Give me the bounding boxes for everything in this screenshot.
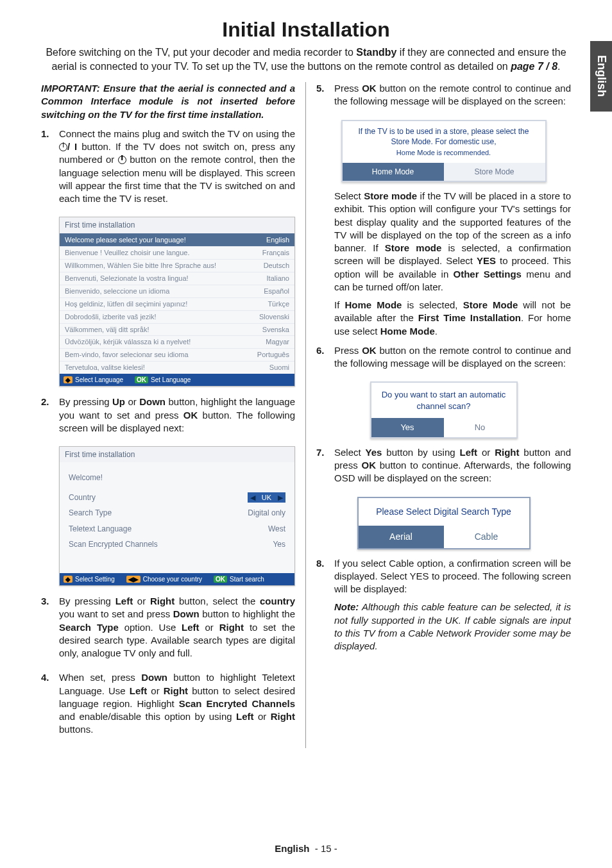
store-mode-button[interactable]: Store Mode (444, 163, 545, 181)
country-selector[interactable]: UK (248, 492, 285, 503)
screenshot-mode-select: If the TV is to be used in a store, plea… (341, 120, 547, 182)
page-footer: English - 15 - (0, 843, 612, 854)
step-6: 6. Press OK button on the remote control… (316, 344, 571, 376)
aerial-button[interactable]: Aerial (359, 526, 444, 548)
step-4: 4. When set, press Down button to highli… (41, 671, 295, 741)
step-3: 3. By pressing Left or Right button, sel… (41, 595, 295, 665)
standby-icon (118, 156, 126, 164)
left-column: IMPORTANT: Ensure that the aerial is con… (36, 82, 306, 747)
home-mode-button[interactable]: Home Mode (343, 163, 444, 181)
screenshot-scan-prompt: Do you want to start an automatic channe… (370, 381, 518, 438)
side-tab-label: English (595, 55, 608, 97)
important-notice: IMPORTANT: Ensure that the aerial is con… (41, 82, 295, 121)
step-5: 5. Press OK button on the remote control… (316, 82, 571, 113)
step-7: 7. Select Yes button by using Left or Ri… (316, 446, 571, 490)
intro-text: Before switching on the TV, put your dec… (36, 46, 576, 82)
screenshot-country-settings: First time installation Welcome! Country… (59, 446, 295, 586)
screenshot-language-select: First time installation Welcome please s… (59, 217, 295, 387)
power-icon (59, 143, 67, 151)
screenshot-search-type: Please Select Digital Search Type Aerial… (357, 497, 531, 549)
scan-yes-button[interactable]: Yes (371, 418, 444, 437)
right-column: 5. Press OK button on the remote control… (306, 82, 576, 747)
page-title: Initial Installation (36, 18, 576, 42)
step-2: 2. By pressing Up or Down button, highli… (41, 396, 295, 440)
step-1: 1. Connect the mains plug and switch the… (41, 128, 295, 211)
step-8: 8. If you select Cable option, a confirm… (316, 557, 571, 658)
scan-no-button[interactable]: No (444, 418, 516, 437)
cable-button[interactable]: Cable (444, 526, 529, 548)
language-side-tab: English (590, 41, 612, 112)
